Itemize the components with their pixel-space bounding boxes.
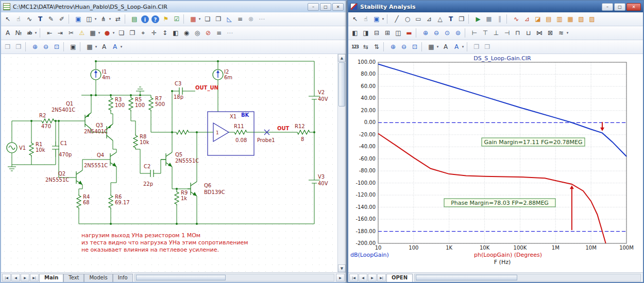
grid-icon[interactable]: ▦ [88,28,98,38]
camera-icon[interactable]: ▣ [68,42,78,52]
label-r11-value[interactable]: 0.08 [235,137,247,143]
scroll-down-button[interactable]: ▼ [338,264,346,272]
grid-red-icon[interactable]: ▦ [188,14,198,24]
tile-horizontal-icon[interactable]: ⊟ [371,28,382,38]
font-color-icon[interactable]: A [451,42,462,52]
label-c1-name[interactable]: C1 [60,140,67,146]
schematic-titlebar[interactable]: C:\MC12\DATA\Petrov\Huan_Pablo\DS_S_Loop… [1,1,346,12]
cross-icon[interactable]: ✛ [149,28,159,38]
split-left-icon[interactable]: ◧ [350,28,360,38]
close-button[interactable]: ✕ [626,3,641,11]
cut-icon[interactable]: ✂ [66,28,76,38]
label-q2-model[interactable]: 2N5551C [45,177,69,183]
open-sheet-icon[interactable]: ❐ [213,14,224,24]
polygon-shape-icon[interactable]: △ [435,14,445,24]
label-r7-name[interactable]: R7 [155,96,162,101]
close-button[interactable]: ✕ [332,3,344,11]
check-box-icon[interactable]: ☑ [172,14,182,24]
record-icon[interactable]: ● [102,28,112,38]
tab-models[interactable]: Models [84,274,112,282]
legend-gain[interactable]: dB(LoopGain) [350,252,389,258]
resistor-r4[interactable] [77,194,81,209]
minimize-button[interactable]: – [308,3,319,11]
label-probe1[interactable]: Probe1 [257,137,275,143]
label-r12-value[interactable]: 8 [301,136,304,142]
overflow-icon[interactable]: ⋯ [225,28,235,38]
chart-area-icon[interactable]: ◪ [533,14,543,24]
label-q3-model[interactable]: 2N5401C [84,129,108,134]
chart-hatch2-icon[interactable]: ▨ [587,14,597,24]
pan-hand-icon[interactable]: ☝ [361,14,371,24]
resistor-r2[interactable] [40,119,56,123]
label-r9-value[interactable]: 1k [181,196,187,201]
label-q1-model[interactable]: 2N5401C [52,107,75,113]
schematic-file-icon[interactable] [3,3,10,10]
schematic-svg[interactable]: 1 I1 4m I2 6m Q1 2N5401C R3 100 R5 100 R… [1,54,336,266]
paste-icon[interactable]: ❒ [482,42,493,52]
current-source-i1[interactable] [91,69,101,80]
flow-caret-icon[interactable]: ▾ [108,14,112,24]
resistor-r11[interactable] [233,130,248,134]
transistor-q6[interactable] [188,182,197,196]
label-v3-name[interactable]: V3 [318,174,325,180]
legend-phase[interactable]: ph(LoopGain) (Degrees) [474,252,542,258]
node-numbers-icon[interactable]: № [13,28,24,38]
label-r7-value[interactable]: 500 [155,101,165,107]
label-r3-value[interactable]: 100 [115,102,125,108]
transistor-q2[interactable] [70,170,82,185]
info-icon[interactable]: i [141,15,149,23]
capacitor-c3[interactable] [179,87,182,95]
half-shade-icon[interactable]: ◧ [171,28,181,38]
zoom-in-icon[interactable]: ⊕ [388,42,398,52]
maximize-button[interactable]: □ [320,3,331,11]
triangle-shape-icon[interactable]: ⊿ [424,14,434,24]
label-x1-model[interactable]: BK [241,112,250,118]
label-node-out[interactable]: OUT [277,126,290,131]
label-r11-name[interactable]: R11 [234,123,244,129]
sheets-icon[interactable]: ❐ [127,28,138,38]
crosshair-icon[interactable]: ⌖ [138,28,148,38]
line-shape-icon[interactable]: ╱ [392,14,402,24]
clip-range-icon[interactable]: ⊓ [513,28,523,38]
resistor-r5[interactable] [129,96,133,112]
label-r1-value[interactable]: 10k [36,147,45,153]
resistor-r8[interactable] [133,134,138,149]
no-erc-icon[interactable]: ⊘ [203,28,213,38]
cascade-icon[interactable]: ◫ [393,28,403,38]
waveform-icon[interactable]: ∿ [511,14,521,24]
disable-icon[interactable]: ⊗ [246,14,256,24]
tabs-first-button[interactable]: |◀ [2,274,11,281]
stack-caret-icon[interactable]: ▾ [565,28,570,38]
graphics-tool-icon[interactable]: ✐ [57,14,67,24]
find-icon[interactable]: ◉ [181,28,192,38]
resistor-r1[interactable] [29,142,33,157]
resistor-r7[interactable] [149,96,153,112]
zoom-out-icon[interactable]: ⊖ [41,42,51,52]
tabs-next-button[interactable]: ▶ [368,274,377,281]
label-c1-value[interactable]: 470p [59,152,72,157]
mirror-icon[interactable]: ⇄ [113,14,123,24]
zoom-in-icon[interactable]: ⊕ [30,42,40,52]
flag-icon[interactable]: ⚑ [161,14,171,24]
label-r12-name[interactable]: R12 [295,123,305,129]
stop-button-icon[interactable]: ■ [484,14,494,24]
zoom-area-icon[interactable]: ⊡ [52,42,62,52]
analysis-icon[interactable] [350,3,358,10]
lowercase-icon[interactable]: ab [24,28,35,38]
grid-red-caret-icon[interactable]: ▾ [197,14,202,24]
warning-icon[interactable]: ⚠ [77,28,87,38]
analysis-titlebar[interactable]: Stability Analysis – □ ✕ [348,1,643,12]
list2-icon[interactable]: ≡ [214,28,224,38]
tab-open[interactable]: OPEN [386,274,413,282]
resistor-r12[interactable] [296,130,311,134]
waveform-stack-icon[interactable]: ≋ [556,28,566,38]
scope-icon[interactable]: ▣ [371,14,382,24]
ellipse-shape-icon[interactable]: ○ [402,14,413,24]
font-icon[interactable]: A [99,42,109,52]
label-q6-model[interactable]: BD139C [204,189,225,195]
cursor-horizontal-icon[interactable]: ⇆ [361,42,371,52]
align-left-icon[interactable]: ⇤ [44,28,55,38]
zoom-out-icon[interactable]: ⊖ [431,28,442,38]
label-q4-name[interactable]: Q4 [97,152,104,158]
find-next-icon[interactable]: ◎ [192,28,202,38]
